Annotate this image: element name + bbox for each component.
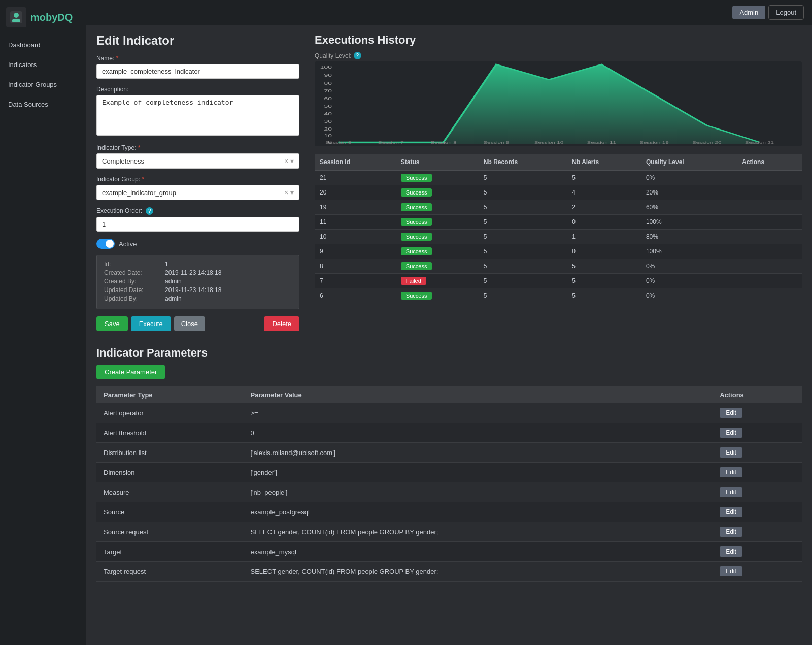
execution-order-label: Execution Order: ? [96, 207, 299, 215]
cell-actions [737, 185, 802, 200]
col-quality-level: Quality Level [641, 154, 737, 170]
cell-session-id: 9 [315, 244, 396, 259]
cell-actions [737, 274, 802, 288]
logo-mobby: moby [30, 12, 57, 23]
active-label: Active [119, 240, 137, 248]
svg-text:10: 10 [324, 133, 332, 138]
edit-button[interactable]: Edit [720, 428, 742, 438]
edit-button[interactable]: Edit [720, 447, 742, 458]
param-actions-cell: Edit [713, 463, 802, 482]
svg-text:70: 70 [324, 88, 332, 93]
save-button[interactable]: Save [96, 316, 128, 331]
select-actions-group: × ▾ [284, 188, 294, 197]
svg-text:90: 90 [324, 73, 332, 78]
description-label: Description: [96, 86, 299, 93]
cell-status: Success [396, 170, 479, 185]
param-type-cell: Source [96, 502, 244, 522]
cell-nb-alerts: 4 [567, 185, 641, 200]
list-item: Measure ['nb_people'] Edit [96, 482, 802, 502]
edit-button[interactable]: Edit [720, 487, 742, 497]
indicator-group-value: example_indicator_group [102, 189, 284, 197]
cell-nb-records: 5 [479, 170, 567, 185]
svg-text:20: 20 [324, 126, 332, 132]
cell-nb-alerts: 5 [567, 274, 641, 288]
cell-actions [737, 244, 802, 259]
svg-text:100: 100 [320, 64, 332, 70]
indicator-type-select[interactable]: Completeness × ▾ [96, 153, 299, 169]
param-value-cell: SELECT gender, COUNT(id) FROM people GRO… [244, 522, 713, 542]
col-session-id: Session Id [315, 154, 396, 170]
indicator-type-label: Indicator Type: * [96, 144, 299, 151]
list-item: Dimension ['gender'] Edit [96, 463, 802, 482]
edit-button[interactable]: Edit [720, 546, 742, 557]
cell-nb-alerts: 0 [567, 244, 641, 259]
description-textarea[interactable]: Example of completeness indicator [96, 95, 299, 136]
table-row: 20 Success 5 4 20% [315, 185, 802, 200]
meta-created-by-val: admin [165, 278, 182, 285]
table-row: 21 Success 5 5 0% [315, 170, 802, 185]
svg-text:Session 6: Session 6 [325, 140, 351, 144]
cell-status: Success [396, 200, 479, 215]
cell-nb-alerts: 5 [567, 259, 641, 274]
cell-quality-level: 100% [641, 215, 737, 230]
top-section: Edit Indicator Name: * Description: Exam… [96, 34, 802, 331]
svg-text:Session 9: Session 9 [483, 140, 509, 144]
edit-button[interactable]: Edit [720, 527, 742, 537]
svg-text:Session 11: Session 11 [587, 140, 616, 144]
quality-level-info-icon[interactable]: ? [354, 52, 361, 59]
edit-button[interactable]: Edit [720, 408, 742, 418]
cell-status: Success [396, 215, 479, 230]
svg-text:Session 8: Session 8 [430, 140, 456, 144]
delete-button[interactable]: Delete [264, 316, 299, 331]
param-type-cell: Measure [96, 482, 244, 502]
indicator-group-select[interactable]: example_indicator_group × ▾ [96, 185, 299, 200]
cell-actions [737, 230, 802, 244]
param-type-cell: Source request [96, 522, 244, 542]
cell-status: Success [396, 244, 479, 259]
cell-nb-alerts: 5 [567, 288, 641, 303]
meta-updated-by-key: Updated By: [104, 295, 165, 302]
param-actions-cell: Edit [713, 562, 802, 582]
edit-button[interactable]: Edit [720, 507, 742, 517]
sidebar-item-indicator-groups[interactable]: Indicator Groups [0, 75, 86, 94]
meta-updated-date-row: Updated Date: 2019-11-23 14:18:18 [104, 286, 292, 294]
table-row: 9 Success 5 0 100% [315, 244, 802, 259]
edit-indicator-title: Edit Indicator [96, 34, 299, 48]
exec-table-header-row: Session Id Status Nb Records Nb Alerts Q… [315, 154, 802, 170]
cell-quality-level: 60% [641, 200, 737, 215]
active-toggle-row: Active [96, 239, 299, 249]
cell-session-id: 11 [315, 215, 396, 230]
name-label: Name: * [96, 55, 299, 62]
sidebar-item-data-sources[interactable]: Data Sources [0, 94, 86, 114]
meta-id-key: Id: [104, 261, 165, 268]
param-type-cell: Target [96, 542, 244, 562]
param-value-cell: SELECT gender, COUNT(id) FROM people GRO… [244, 562, 713, 582]
indicator-type-group: Indicator Type: * Completeness × ▾ [96, 144, 299, 169]
cell-status: Success [396, 185, 479, 200]
cell-nb-records: 5 [479, 244, 567, 259]
name-input[interactable] [96, 64, 299, 79]
cell-nb-alerts: 2 [567, 200, 641, 215]
edit-button[interactable]: Edit [720, 566, 742, 576]
cell-actions [737, 259, 802, 274]
param-value-cell: ['gender'] [244, 463, 713, 482]
cell-actions [737, 288, 802, 303]
sidebar-item-dashboard[interactable]: Dashboard [0, 35, 86, 55]
logout-button[interactable]: Logout [768, 5, 804, 20]
active-toggle[interactable] [96, 239, 115, 249]
admin-button[interactable]: Admin [732, 6, 765, 19]
execution-order-info-icon[interactable]: ? [146, 207, 153, 215]
svg-text:30: 30 [324, 119, 332, 124]
main-content: Edit Indicator Name: * Description: Exam… [86, 23, 812, 645]
close-button[interactable]: Close [174, 316, 205, 331]
sidebar-item-indicators[interactable]: Indicators [0, 55, 86, 75]
param-value-cell: 0 [244, 423, 713, 443]
edit-button[interactable]: Edit [720, 467, 742, 477]
create-parameter-button[interactable]: Create Parameter [96, 365, 165, 379]
execution-order-input[interactable] [96, 217, 299, 232]
execution-order-group: Execution Order: ? [96, 207, 299, 232]
status-badge: Success [401, 174, 432, 182]
executions-table: Session Id Status Nb Records Nb Alerts Q… [315, 154, 802, 303]
execute-button[interactable]: Execute [131, 316, 171, 331]
param-type-cell: Dimension [96, 463, 244, 482]
